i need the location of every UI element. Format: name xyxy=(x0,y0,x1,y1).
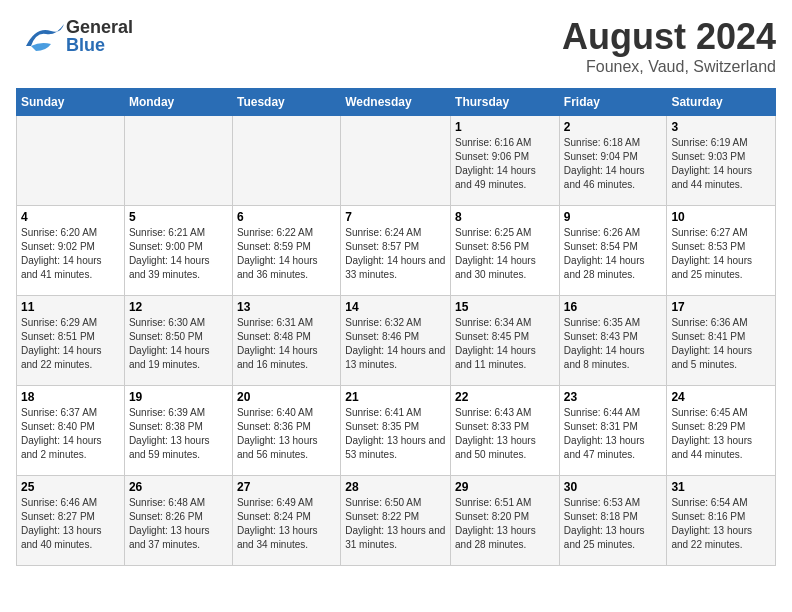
day-number: 15 xyxy=(455,300,555,314)
day-info: Sunrise: 6:39 AMSunset: 8:38 PMDaylight:… xyxy=(129,406,228,462)
logo-text: General Blue xyxy=(66,18,133,54)
calendar-week-4: 18Sunrise: 6:37 AMSunset: 8:40 PMDayligh… xyxy=(17,386,776,476)
day-info: Sunrise: 6:26 AMSunset: 8:54 PMDaylight:… xyxy=(564,226,663,282)
logo-general: General xyxy=(66,18,133,36)
calendar-week-3: 11Sunrise: 6:29 AMSunset: 8:51 PMDayligh… xyxy=(17,296,776,386)
day-info: Sunrise: 6:18 AMSunset: 9:04 PMDaylight:… xyxy=(564,136,663,192)
day-number: 4 xyxy=(21,210,120,224)
table-row: 4Sunrise: 6:20 AMSunset: 9:02 PMDaylight… xyxy=(17,206,125,296)
day-number: 3 xyxy=(671,120,771,134)
day-info: Sunrise: 6:24 AMSunset: 8:57 PMDaylight:… xyxy=(345,226,446,282)
day-info: Sunrise: 6:20 AMSunset: 9:02 PMDaylight:… xyxy=(21,226,120,282)
table-row: 31Sunrise: 6:54 AMSunset: 8:16 PMDayligh… xyxy=(667,476,776,566)
table-row: 22Sunrise: 6:43 AMSunset: 8:33 PMDayligh… xyxy=(451,386,560,476)
header-monday: Monday xyxy=(124,89,232,116)
day-number: 13 xyxy=(237,300,336,314)
location-title: Founex, Vaud, Switzerland xyxy=(562,58,776,76)
table-row xyxy=(124,116,232,206)
table-row: 20Sunrise: 6:40 AMSunset: 8:36 PMDayligh… xyxy=(232,386,340,476)
day-number: 1 xyxy=(455,120,555,134)
table-row: 29Sunrise: 6:51 AMSunset: 8:20 PMDayligh… xyxy=(451,476,560,566)
table-row xyxy=(341,116,451,206)
day-info: Sunrise: 6:45 AMSunset: 8:29 PMDaylight:… xyxy=(671,406,771,462)
day-info: Sunrise: 6:54 AMSunset: 8:16 PMDaylight:… xyxy=(671,496,771,552)
day-number: 28 xyxy=(345,480,446,494)
day-info: Sunrise: 6:34 AMSunset: 8:45 PMDaylight:… xyxy=(455,316,555,372)
table-row: 23Sunrise: 6:44 AMSunset: 8:31 PMDayligh… xyxy=(559,386,667,476)
header-wednesday: Wednesday xyxy=(341,89,451,116)
table-row: 6Sunrise: 6:22 AMSunset: 8:59 PMDaylight… xyxy=(232,206,340,296)
day-info: Sunrise: 6:40 AMSunset: 8:36 PMDaylight:… xyxy=(237,406,336,462)
day-number: 12 xyxy=(129,300,228,314)
day-number: 26 xyxy=(129,480,228,494)
day-info: Sunrise: 6:21 AMSunset: 9:00 PMDaylight:… xyxy=(129,226,228,282)
day-number: 22 xyxy=(455,390,555,404)
day-number: 17 xyxy=(671,300,771,314)
table-row: 28Sunrise: 6:50 AMSunset: 8:22 PMDayligh… xyxy=(341,476,451,566)
day-info: Sunrise: 6:43 AMSunset: 8:33 PMDaylight:… xyxy=(455,406,555,462)
table-row: 7Sunrise: 6:24 AMSunset: 8:57 PMDaylight… xyxy=(341,206,451,296)
table-row: 10Sunrise: 6:27 AMSunset: 8:53 PMDayligh… xyxy=(667,206,776,296)
table-row: 12Sunrise: 6:30 AMSunset: 8:50 PMDayligh… xyxy=(124,296,232,386)
day-number: 8 xyxy=(455,210,555,224)
day-info: Sunrise: 6:51 AMSunset: 8:20 PMDaylight:… xyxy=(455,496,555,552)
table-row: 5Sunrise: 6:21 AMSunset: 9:00 PMDaylight… xyxy=(124,206,232,296)
table-row xyxy=(17,116,125,206)
day-number: 21 xyxy=(345,390,446,404)
day-number: 24 xyxy=(671,390,771,404)
calendar-week-2: 4Sunrise: 6:20 AMSunset: 9:02 PMDaylight… xyxy=(17,206,776,296)
calendar-week-5: 25Sunrise: 6:46 AMSunset: 8:27 PMDayligh… xyxy=(17,476,776,566)
table-row: 24Sunrise: 6:45 AMSunset: 8:29 PMDayligh… xyxy=(667,386,776,476)
day-info: Sunrise: 6:25 AMSunset: 8:56 PMDaylight:… xyxy=(455,226,555,282)
day-info: Sunrise: 6:48 AMSunset: 8:26 PMDaylight:… xyxy=(129,496,228,552)
day-info: Sunrise: 6:50 AMSunset: 8:22 PMDaylight:… xyxy=(345,496,446,552)
calendar-week-1: 1Sunrise: 6:16 AMSunset: 9:06 PMDaylight… xyxy=(17,116,776,206)
day-info: Sunrise: 6:22 AMSunset: 8:59 PMDaylight:… xyxy=(237,226,336,282)
day-info: Sunrise: 6:37 AMSunset: 8:40 PMDaylight:… xyxy=(21,406,120,462)
table-row: 2Sunrise: 6:18 AMSunset: 9:04 PMDaylight… xyxy=(559,116,667,206)
table-row: 30Sunrise: 6:53 AMSunset: 8:18 PMDayligh… xyxy=(559,476,667,566)
header-tuesday: Tuesday xyxy=(232,89,340,116)
day-number: 27 xyxy=(237,480,336,494)
day-info: Sunrise: 6:27 AMSunset: 8:53 PMDaylight:… xyxy=(671,226,771,282)
logo-icon xyxy=(16,16,66,56)
table-row: 3Sunrise: 6:19 AMSunset: 9:03 PMDaylight… xyxy=(667,116,776,206)
day-number: 10 xyxy=(671,210,771,224)
table-row: 9Sunrise: 6:26 AMSunset: 8:54 PMDaylight… xyxy=(559,206,667,296)
day-info: Sunrise: 6:41 AMSunset: 8:35 PMDaylight:… xyxy=(345,406,446,462)
day-info: Sunrise: 6:32 AMSunset: 8:46 PMDaylight:… xyxy=(345,316,446,372)
day-number: 2 xyxy=(564,120,663,134)
day-number: 5 xyxy=(129,210,228,224)
day-info: Sunrise: 6:44 AMSunset: 8:31 PMDaylight:… xyxy=(564,406,663,462)
table-row: 26Sunrise: 6:48 AMSunset: 8:26 PMDayligh… xyxy=(124,476,232,566)
table-row: 19Sunrise: 6:39 AMSunset: 8:38 PMDayligh… xyxy=(124,386,232,476)
header-thursday: Thursday xyxy=(451,89,560,116)
table-row: 15Sunrise: 6:34 AMSunset: 8:45 PMDayligh… xyxy=(451,296,560,386)
table-row: 13Sunrise: 6:31 AMSunset: 8:48 PMDayligh… xyxy=(232,296,340,386)
table-row: 27Sunrise: 6:49 AMSunset: 8:24 PMDayligh… xyxy=(232,476,340,566)
header-sunday: Sunday xyxy=(17,89,125,116)
day-info: Sunrise: 6:29 AMSunset: 8:51 PMDaylight:… xyxy=(21,316,120,372)
title-area: August 2024 Founex, Vaud, Switzerland xyxy=(562,16,776,76)
table-row: 14Sunrise: 6:32 AMSunset: 8:46 PMDayligh… xyxy=(341,296,451,386)
day-info: Sunrise: 6:53 AMSunset: 8:18 PMDaylight:… xyxy=(564,496,663,552)
header: General Blue August 2024 Founex, Vaud, S… xyxy=(16,16,776,76)
day-info: Sunrise: 6:31 AMSunset: 8:48 PMDaylight:… xyxy=(237,316,336,372)
day-number: 20 xyxy=(237,390,336,404)
day-number: 19 xyxy=(129,390,228,404)
day-number: 30 xyxy=(564,480,663,494)
logo: General Blue xyxy=(16,16,133,56)
table-row: 8Sunrise: 6:25 AMSunset: 8:56 PMDaylight… xyxy=(451,206,560,296)
table-row: 21Sunrise: 6:41 AMSunset: 8:35 PMDayligh… xyxy=(341,386,451,476)
table-row: 1Sunrise: 6:16 AMSunset: 9:06 PMDaylight… xyxy=(451,116,560,206)
day-number: 25 xyxy=(21,480,120,494)
table-row: 17Sunrise: 6:36 AMSunset: 8:41 PMDayligh… xyxy=(667,296,776,386)
table-row: 11Sunrise: 6:29 AMSunset: 8:51 PMDayligh… xyxy=(17,296,125,386)
day-number: 23 xyxy=(564,390,663,404)
day-info: Sunrise: 6:19 AMSunset: 9:03 PMDaylight:… xyxy=(671,136,771,192)
table-row: 25Sunrise: 6:46 AMSunset: 8:27 PMDayligh… xyxy=(17,476,125,566)
day-info: Sunrise: 6:46 AMSunset: 8:27 PMDaylight:… xyxy=(21,496,120,552)
header-friday: Friday xyxy=(559,89,667,116)
day-number: 18 xyxy=(21,390,120,404)
table-row: 16Sunrise: 6:35 AMSunset: 8:43 PMDayligh… xyxy=(559,296,667,386)
